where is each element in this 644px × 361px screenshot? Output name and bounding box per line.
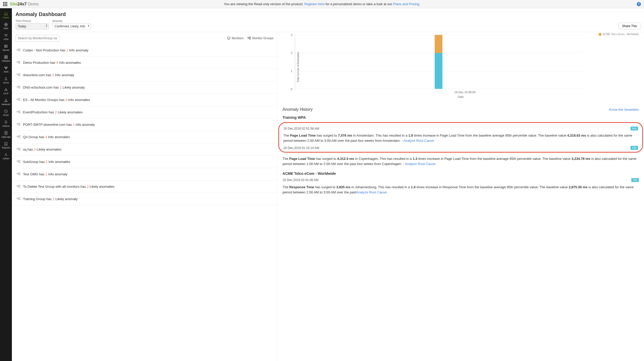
nav-reports[interactable]: Reports <box>0 140 12 151</box>
svg-rect-10 <box>4 57 6 59</box>
svg-rect-70 <box>19 187 20 187</box>
time-period-select[interactable]: Today <box>16 23 49 29</box>
severity-badge: Info <box>631 178 639 182</box>
svg-rect-58 <box>19 137 20 138</box>
svg-rect-41 <box>17 74 18 75</box>
svg-rect-9 <box>6 56 7 57</box>
svg-rect-45 <box>19 86 20 87</box>
svg-rect-63 <box>19 160 20 161</box>
svg-rect-59 <box>17 148 18 149</box>
severity-select[interactable]: Confirmed, Likely, Info <box>52 23 91 29</box>
share-button[interactable]: Share This <box>619 23 640 29</box>
nav-apm[interactable]: APM <box>0 32 12 42</box>
group-row[interactable]: PORT-SMTP-dneonline.com has 1 Info anoma… <box>12 119 277 131</box>
history-text: The Page Load Time has surged to 7,576 m… <box>283 133 638 143</box>
group-row[interactable]: Demo Production has 4 Info anomalies <box>12 57 277 69</box>
apm-icon <box>4 33 8 37</box>
page-title: Anomaly Dashboard <box>12 8 644 19</box>
nav-alarms[interactable]: Alarms <box>0 118 12 129</box>
register-link[interactable]: Register here <box>304 2 325 6</box>
svg-rect-39 <box>19 61 20 62</box>
group-row[interactable]: EventProduction has 2 Likely anomalies <box>12 106 277 119</box>
nav-network[interactable]: Network <box>0 97 12 107</box>
left-column: Monitors Monitor Groups Codan - Non Prod… <box>12 32 277 361</box>
tab-monitors[interactable]: Monitors <box>227 36 244 40</box>
svg-rect-50 <box>17 111 18 112</box>
search-input[interactable] <box>16 35 59 42</box>
svg-rect-38 <box>17 62 18 62</box>
svg-point-15 <box>6 88 6 89</box>
plans-link[interactable]: Plans and Pricing <box>393 2 419 6</box>
tab-monitor-groups[interactable]: Monitor Groups <box>247 36 274 40</box>
severity-label: Severity <box>52 19 91 22</box>
svg-rect-65 <box>17 173 18 174</box>
rum-icon <box>4 109 8 113</box>
svg-rect-56 <box>17 136 18 137</box>
analyze-root-cause-link[interactable]: Analyze Root Cause <box>403 139 434 143</box>
applogs-icon <box>4 131 8 135</box>
nav-gcp[interactable]: GCP <box>0 86 12 97</box>
svg-point-20 <box>6 101 6 102</box>
svg-rect-33 <box>249 37 251 38</box>
group-icon <box>17 160 20 164</box>
monitor-icon <box>227 36 231 40</box>
group-icon <box>17 172 20 176</box>
nav-server[interactable]: Server <box>0 42 12 53</box>
group-row[interactable]: DNS-w3school.com has 1 Likely anomaly <box>12 81 277 94</box>
group-row[interactable]: Training Group has 1 Likely anomaly <box>12 193 277 205</box>
group-row[interactable]: SubGroup has 2 Info anomalies <box>12 156 277 168</box>
top-banner: Site24x7Demo You are viewing the Read-on… <box>0 0 644 8</box>
group-row[interactable]: Test GMG has 1 Info anomaly <box>12 168 277 180</box>
monitor-name: ACME Telco eCom - Worldwide <box>282 171 639 176</box>
group-row[interactable]: dneonline.com has 1 Info anomaly <box>12 69 277 81</box>
history-timestamp: 18 Dec,2019 02:51:56 AM <box>283 127 319 130</box>
group-row[interactable]: sq has 2 Likely anomalies <box>12 143 277 156</box>
svg-rect-64 <box>19 162 20 163</box>
svg-rect-5 <box>5 46 7 47</box>
svg-rect-29 <box>227 37 230 39</box>
chart-xlabel: Date <box>458 95 464 98</box>
nav-vmware[interactable]: VMware <box>0 53 12 64</box>
group-icon <box>17 73 20 77</box>
svg-point-18 <box>6 99 6 100</box>
nav-home[interactable]: Home <box>0 10 12 21</box>
svg-rect-73 <box>19 199 20 200</box>
svg-rect-52 <box>19 112 20 113</box>
svg-point-1 <box>5 34 5 35</box>
svg-rect-36 <box>19 49 20 50</box>
svg-point-16 <box>5 90 5 91</box>
group-list: Codan - Non Production has 1 Info anomal… <box>12 44 277 361</box>
group-row[interactable]: QA Group has 4 Info anomalies <box>12 131 277 143</box>
help-icon[interactable]: ? <box>637 2 641 6</box>
nav-web[interactable]: Web <box>0 21 12 32</box>
group-row[interactable]: To Delete Test Group with all monitors h… <box>12 180 277 193</box>
analyze-root-cause-link[interactable]: Analyze Root Cause <box>405 162 436 166</box>
reports-icon <box>4 142 8 146</box>
svg-rect-8 <box>4 56 6 57</box>
nav-applogs[interactable]: AppLogs <box>0 129 12 140</box>
group-icon <box>247 36 251 40</box>
svg-rect-12 <box>4 67 5 68</box>
nav-aws[interactable]: AWS <box>0 64 12 75</box>
analyze-root-cause-link[interactable]: Analyze Root Cause <box>356 190 387 194</box>
severity-badge: Info <box>631 127 638 130</box>
svg-rect-51 <box>19 111 20 112</box>
nav-azure[interactable]: Azure <box>0 75 12 86</box>
svg-point-28 <box>5 153 6 154</box>
svg-rect-48 <box>19 98 20 99</box>
svg-rect-47 <box>17 99 18 100</box>
know-severities-link[interactable]: Know the Severities <box>609 108 639 112</box>
group-row[interactable]: Codan - Non Production has 1 Info anomal… <box>12 44 277 57</box>
svg-rect-42 <box>19 74 20 74</box>
svg-rect-55 <box>19 125 20 125</box>
svg-rect-44 <box>17 87 18 87</box>
nav-rum[interactable]: RUM <box>0 107 12 118</box>
server-icon <box>4 44 8 48</box>
nav-admin[interactable]: Admin <box>0 151 12 162</box>
group-icon <box>17 48 20 52</box>
apps-icon[interactable] <box>3 2 7 6</box>
group-row[interactable]: ES - All Monitor Groups has 3 Info anoma… <box>12 94 277 106</box>
banner-message: You are viewing the Read-only version of… <box>224 2 420 6</box>
anomaly-history-title: Anomaly History <box>282 107 312 112</box>
history-item: 18 Dec,2019 02:51:56 AMInfoThe Page Load… <box>283 127 638 143</box>
